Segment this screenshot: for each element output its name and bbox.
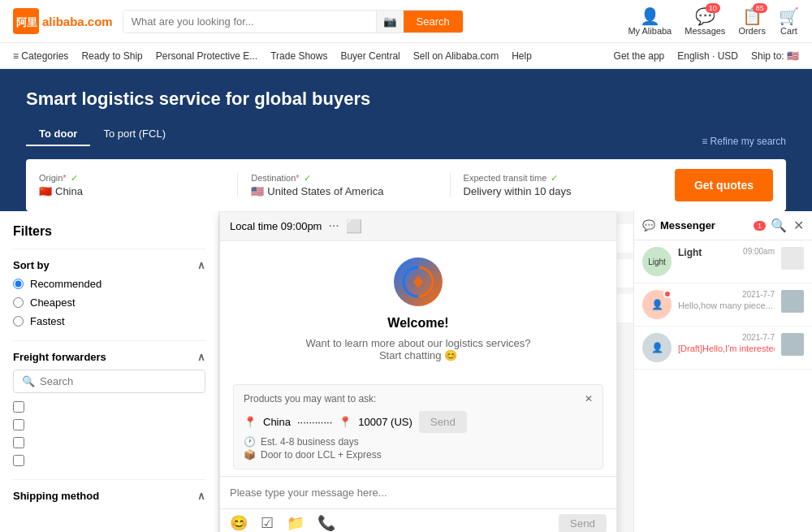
chat-close-icon[interactable]: ✕ [585, 393, 593, 404]
conversation-item-1[interactable]: Light Light 09:00am [634, 240, 812, 283]
orders-icon: 📋85 [742, 6, 762, 26]
msg-preview-3: [Draft]Hello,I'm interested... [678, 344, 775, 353]
logistics-search-form: Origin* ✓ 🇨🇳 China Destination* ✓ 🇺🇸 Uni… [26, 159, 786, 211]
get-quotes-button[interactable]: Get quotes [675, 169, 773, 201]
nav-ship-to[interactable]: Ship to: 🇺🇸 [751, 50, 799, 62]
msg-time-3: 2021-7-7 [742, 333, 775, 342]
hero-tabs-row: To door To port (FCL) ≡ Refine my search [26, 123, 786, 159]
msg-time-1: 09:00am [743, 247, 775, 258]
chat-message-input[interactable] [230, 483, 607, 502]
messages-button[interactable]: 💬10 Messages [685, 6, 725, 36]
messenger-header-icons: 🔍 ✕ [771, 218, 804, 233]
chat-welcome-title: Welcome! [233, 316, 603, 331]
freight-toggle[interactable]: ∧ [197, 351, 205, 363]
search-input[interactable] [123, 11, 376, 32]
destination-value[interactable]: 🇺🇸 United States of America [251, 185, 436, 197]
refine-search-link[interactable]: ≡ Refine my search [702, 136, 786, 147]
chat-product-send-button[interactable]: Send [419, 411, 467, 433]
logo[interactable]: 阿里 alibaba.com [13, 8, 113, 34]
msg-time-2: 2021-7-7 [742, 290, 775, 299]
my-alibaba-label: My Alibaba [628, 26, 672, 36]
conversation-item-3[interactable]: 👤 2021-7-7 [Draft]Hello,I'm interested..… [634, 327, 812, 370]
emoji-icon[interactable]: 😊 [230, 514, 248, 532]
shipping-type-value: Door to door LCL + Express [261, 449, 382, 461]
header-actions: 👤 My Alibaba 💬10 Messages 📋85 Orders 🛒 C… [628, 6, 799, 36]
china-flag-icon: 🇨🇳 [39, 185, 52, 197]
nav-trade-shows[interactable]: Trade Shows [270, 50, 327, 62]
cart-button[interactable]: 🛒 Cart [779, 6, 799, 36]
freight-checkbox-2[interactable] [13, 419, 205, 430]
transit-value: Delivery within 10 days [464, 185, 649, 197]
freight-search-icon: 🔍 [22, 375, 35, 387]
sort-cheapest-label: Cheapest [30, 296, 76, 309]
sort-by-toggle[interactable]: ∧ [197, 259, 205, 271]
camera-search-button[interactable]: 📷 [376, 11, 404, 32]
avatar-2: 👤 [642, 290, 672, 319]
usa-flag-icon: 🇺🇸 [251, 185, 264, 197]
tab-to-port[interactable]: To port (FCL) [90, 123, 179, 146]
nav-personal-protective[interactable]: Personal Protective E... [156, 50, 257, 62]
nav-help[interactable]: Help [512, 50, 532, 62]
map-pin-icon: 📍 [244, 416, 257, 428]
product-destination: 10007 (US) [358, 416, 412, 428]
search-button[interactable]: Search [404, 11, 463, 32]
messenger-badge: 1 [754, 221, 766, 231]
msg-image-1 [781, 247, 804, 270]
freight-checkbox-3[interactable] [13, 437, 205, 448]
hero-tabs: To door To port (FCL) [26, 123, 179, 146]
nav-language[interactable]: English · USD [677, 50, 738, 62]
msg-image-2 [781, 290, 804, 313]
origin-field: Origin* ✓ 🇨🇳 China [39, 173, 238, 197]
transit-label: Expected transit time ✓ [464, 173, 649, 184]
messenger-title: Messenger [660, 219, 749, 231]
unread-dot-2 [663, 290, 672, 298]
origin-value[interactable]: 🇨🇳 China [39, 185, 224, 197]
nav-buyer-central[interactable]: Buyer Central [340, 50, 400, 62]
nav-right: Get the app English · USD Ship to: 🇺🇸 [614, 50, 799, 62]
messenger-search-icon[interactable]: 🔍 [771, 218, 787, 233]
freight-search-input[interactable] [40, 375, 197, 387]
checklist-icon[interactable]: ☑ [261, 514, 274, 532]
svg-text:阿里: 阿里 [16, 16, 37, 28]
nav-sell[interactable]: Sell on Alibaba.com [413, 50, 499, 62]
conversation-item-2[interactable]: 👤 2021-7-7 Hello,how many piece... [634, 283, 812, 327]
sort-fastest[interactable]: Fastest [13, 315, 205, 327]
origin-verified-icon: ✓ [71, 173, 78, 183]
freight-checkbox-1[interactable] [13, 401, 205, 413]
my-alibaba-button[interactable]: 👤 My Alibaba [628, 6, 672, 36]
chat-expand-icon[interactable]: ⬜ [346, 218, 362, 234]
chat-send-button[interactable]: Send [559, 514, 607, 532]
cart-label: Cart [780, 26, 797, 36]
sort-cheapest[interactable]: Cheapest [13, 296, 205, 309]
orders-button[interactable]: 📋85 Orders [738, 6, 766, 36]
chat-more-icon[interactable]: ··· [328, 218, 339, 234]
sort-recommended[interactable]: Recommended [13, 278, 205, 290]
avatar-3: 👤 [642, 333, 672, 362]
messenger-panel: 💬 Messenger 1 🔍 ✕ Light Light 09:00am [633, 211, 812, 532]
sort-by-section: Sort by ∧ Recommended Cheapest Fastest [13, 259, 205, 327]
nav-categories[interactable]: ≡ Categories [13, 50, 68, 62]
freight-forwarders-header: Freight forwarders ∧ [13, 351, 205, 363]
cart-icon: 🛒 [779, 6, 799, 26]
destination-label: Destination* ✓ [251, 173, 436, 184]
freight-search-box: 🔍 [13, 370, 205, 393]
sort-recommended-radio[interactable] [13, 279, 24, 289]
shipping-method-label: Shipping method [13, 490, 99, 502]
nav-ready-to-ship[interactable]: Ready to Ship [81, 50, 142, 62]
chat-product-route: 📍 China ············ 📍 10007 (US) Send [244, 411, 593, 433]
sort-fastest-radio[interactable] [13, 316, 24, 327]
chat-header: Local time 09:00pm ··· ⬜ [220, 212, 616, 241]
products-ask-label: Products you may want to ask: [244, 393, 376, 404]
msg-preview-2: Hello,how many piece... [678, 301, 773, 310]
alibaba-logo-icon: 阿里 [13, 8, 39, 34]
sort-cheapest-radio[interactable] [13, 297, 24, 308]
header: 阿里 alibaba.com 📷 Search 👤 My Alibaba 💬10… [0, 0, 812, 43]
messenger-close-icon[interactable]: ✕ [793, 218, 804, 233]
freight-checkbox-4[interactable] [13, 455, 205, 466]
folder-icon[interactable]: 📁 [287, 514, 304, 532]
shipping-method-toggle[interactable]: ∧ [197, 490, 205, 502]
tab-to-door[interactable]: To door [26, 123, 90, 146]
phone-icon[interactable]: 📞 [317, 514, 335, 532]
sort-recommended-label: Recommended [30, 278, 102, 290]
nav-get-app[interactable]: Get the app [614, 50, 665, 62]
